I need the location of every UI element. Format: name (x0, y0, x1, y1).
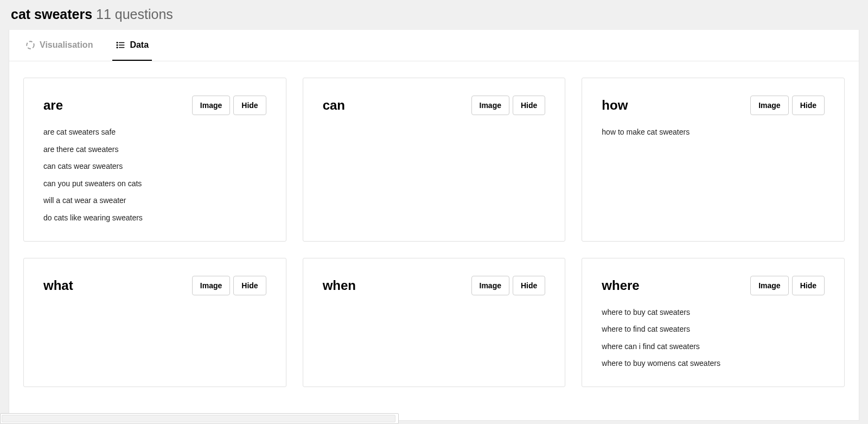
keyword-text: cat sweaters (11, 7, 92, 22)
tab-data-label: Data (130, 40, 149, 50)
image-button[interactable]: Image (471, 276, 509, 295)
horizontal-scrollbar[interactable] (0, 413, 399, 424)
question-count: 11 questions (96, 7, 173, 22)
scrollbar-thumb[interactable] (2, 415, 395, 422)
card-title: where (602, 278, 639, 293)
page-header: cat sweaters 11 questions (0, 0, 868, 30)
card-header: where Image Hide (602, 276, 825, 295)
card-title: are (43, 98, 63, 113)
svg-point-6 (117, 47, 118, 48)
list-item[interactable]: where to find cat sweaters (602, 324, 825, 335)
hide-button[interactable]: Hide (792, 276, 825, 295)
svg-point-0 (27, 41, 34, 49)
tab-visualisation-label: Visualisation (40, 40, 93, 50)
card-header: what Image Hide (43, 276, 266, 295)
card-where: where Image Hide where to buy cat sweate… (582, 258, 845, 387)
card-can: can Image Hide (303, 78, 566, 242)
list-item[interactable]: do cats like wearing sweaters (43, 213, 266, 224)
tab-data[interactable]: Data (112, 30, 152, 61)
hide-button[interactable]: Hide (513, 276, 545, 295)
question-list: where to buy cat sweaters where to find … (602, 307, 825, 369)
card-buttons: Image Hide (750, 276, 825, 295)
card-header: are Image Hide (43, 96, 266, 115)
visualisation-icon (25, 40, 35, 50)
list-item[interactable]: where can i find cat sweaters (602, 341, 825, 352)
card-title: can (323, 98, 345, 113)
question-list: how to make cat sweaters (602, 127, 825, 138)
main-panel: Visualisation Data are Image (9, 30, 859, 421)
image-button[interactable]: Image (750, 276, 788, 295)
card-buttons: Image Hide (750, 96, 825, 115)
list-item[interactable]: can cats wear sweaters (43, 161, 266, 172)
list-item[interactable]: how to make cat sweaters (602, 127, 825, 138)
tabs-bar: Visualisation Data (9, 30, 859, 61)
card-buttons: Image Hide (192, 276, 266, 295)
card-header: when Image Hide (323, 276, 546, 295)
card-header: how Image Hide (602, 96, 825, 115)
list-item[interactable]: can you put sweaters on cats (43, 179, 266, 189)
question-list: are cat sweaters safe are there cat swea… (43, 127, 266, 224)
hide-button[interactable]: Hide (233, 276, 266, 295)
tab-visualisation[interactable]: Visualisation (22, 30, 96, 61)
svg-point-5 (117, 45, 118, 46)
card-title: how (602, 98, 628, 113)
list-item[interactable]: are there cat sweaters (43, 144, 266, 155)
list-icon (116, 40, 125, 50)
list-item[interactable]: where to buy cat sweaters (602, 307, 825, 318)
list-item[interactable]: where to buy womens cat sweaters (602, 358, 825, 369)
image-button[interactable]: Image (192, 96, 230, 115)
hide-button[interactable]: Hide (513, 96, 545, 115)
page-title: cat sweaters 11 questions (11, 7, 857, 22)
card-when: when Image Hide (303, 258, 566, 387)
card-header: can Image Hide (323, 96, 546, 115)
card-title: when (323, 278, 356, 293)
card-how: how Image Hide how to make cat sweaters (582, 78, 845, 242)
hide-button[interactable]: Hide (233, 96, 266, 115)
list-item[interactable]: are cat sweaters safe (43, 127, 266, 138)
card-buttons: Image Hide (471, 96, 546, 115)
card-buttons: Image Hide (192, 96, 266, 115)
cards-grid: are Image Hide are cat sweaters safe are… (9, 61, 859, 403)
svg-point-4 (117, 42, 118, 43)
list-item[interactable]: will a cat wear a sweater (43, 195, 266, 206)
image-button[interactable]: Image (471, 96, 509, 115)
card-buttons: Image Hide (471, 276, 546, 295)
card-what: what Image Hide (23, 258, 286, 387)
image-button[interactable]: Image (750, 96, 788, 115)
card-are: are Image Hide are cat sweaters safe are… (23, 78, 286, 242)
hide-button[interactable]: Hide (792, 96, 825, 115)
card-title: what (43, 278, 73, 293)
image-button[interactable]: Image (192, 276, 230, 295)
